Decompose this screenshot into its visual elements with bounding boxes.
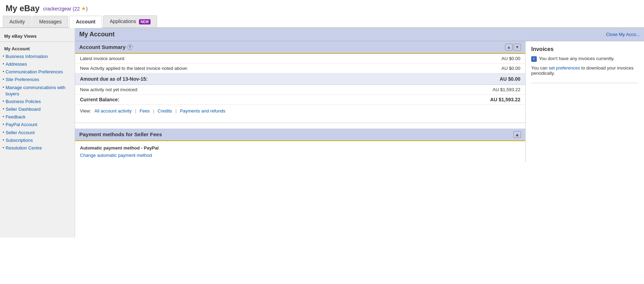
due-value: AU $0.00 (500, 76, 520, 82)
no-invoices-text: You don't have any invoices currently. (539, 56, 614, 61)
separator: | (135, 108, 136, 114)
star-icon: ★ (81, 6, 86, 12)
page-title: My Account (79, 31, 115, 38)
page-header: My eBay crackerzgear (22 ★) (0, 0, 644, 15)
bullet-icon: ▪ (3, 69, 4, 73)
fees-link[interactable]: Fees (140, 108, 150, 114)
balance-label: Current Balance: (80, 97, 119, 102)
content-inner: Account Summary ? ▲ ▼ Latest invoice amo… (75, 41, 644, 162)
tab-account[interactable]: Account (69, 16, 102, 28)
site-title: My eBay (6, 3, 39, 13)
invoice-amount-value: AU $0.00 (502, 56, 520, 61)
tabs-bar: Activity Messages Account Applications N… (0, 15, 644, 28)
invoice-info-box: i You don't have any invoices currently. (531, 56, 638, 62)
sidebar-item-site-prefs[interactable]: ▪ Site Preferences (0, 76, 75, 83)
bullet-icon: ▪ (3, 61, 4, 66)
summary-table: Latest invoice amount: AU $0.00 New Acti… (75, 54, 525, 105)
bullet-icon: ▪ (3, 114, 4, 118)
tab-messages[interactable]: Messages (32, 16, 68, 27)
username-text: crackerzgear (43, 6, 71, 12)
new-activity-value: AU $0.00 (502, 66, 520, 71)
sidebar-item-feedback[interactable]: ▪ Feedback (0, 113, 75, 121)
sidebar-item-subscriptions[interactable]: ▪ Subscriptions (0, 137, 75, 144)
payment-section: Payment methods for Seller Fees ▲ Automa… (75, 129, 525, 162)
help-icon[interactable]: ? (127, 44, 133, 50)
bullet-icon: ▪ (3, 85, 4, 89)
sidebar-section-title: My Account (0, 44, 75, 53)
sidebar-item-seller-dashboard[interactable]: ▪ Seller Dashboard (0, 105, 75, 113)
bullet-icon: ▪ (3, 145, 4, 150)
view-label: View: (80, 108, 91, 114)
due-row: Amount due as of 13-Nov-15: AU $0.00 (75, 73, 525, 85)
bullet-icon: ▪ (3, 138, 4, 142)
separator: | (153, 108, 154, 114)
new-uninvoiced-value: AU $1,593.22 (492, 87, 520, 92)
balance-value: AU $1,593.22 (490, 97, 520, 102)
sidebar-item-paypal[interactable]: ▪ PayPal Account (0, 121, 75, 129)
page-title-bar: My Account Close My Acco... (75, 28, 644, 41)
section-divider (75, 123, 525, 123)
new-uninvoiced-label: New activity not yet invoiced: (80, 87, 138, 92)
collapse-icon: ▲ (515, 132, 520, 137)
content-area: My Account Close My Acco... Account Summ… (75, 28, 644, 238)
sidebar: My eBay Views My Account ▪ Business Info… (0, 28, 75, 238)
payment-header: Payment methods for Seller Fees ▲ (75, 129, 525, 141)
payments-refunds-link[interactable]: Payments and refunds (180, 108, 225, 114)
sidebar-item-business-policies[interactable]: ▪ Business Policies (0, 98, 75, 105)
sidebar-item-manage-comms[interactable]: ▪ Manage communications with buyers (0, 84, 75, 98)
invoices-title: Invoices (531, 46, 638, 52)
tab-applications[interactable]: Applications NEW (103, 15, 157, 27)
invoice-amount-row: Latest invoice amount: AU $0.00 (75, 54, 525, 64)
current-balance-row: Current Balance: AU $1,593.22 (75, 95, 525, 105)
main-layout: My eBay Views My Account ▪ Business Info… (0, 28, 644, 238)
invoice-download-text: You can set preferences to download your… (531, 65, 638, 76)
bullet-icon: ▪ (3, 77, 4, 81)
new-activity-label: New Activity applied to the latest invoi… (80, 66, 188, 71)
collapse-down-button[interactable]: ▼ (513, 44, 521, 51)
payment-collapse-button[interactable]: ▲ (513, 131, 521, 138)
account-summary-header: Account Summary ? ▲ ▼ (75, 41, 525, 54)
download-text: to download your invoices periodically. (531, 65, 634, 76)
main-sections: Account Summary ? ▲ ▼ Latest invoice amo… (75, 41, 525, 162)
account-summary-title: Account Summary (79, 44, 126, 50)
sidebar-item-communication-prefs[interactable]: ▪ Communication Preferences (0, 68, 75, 76)
payment-method-title: Automatic payment method - PayPal (80, 145, 520, 151)
sidebar-title: My eBay Views (0, 31, 75, 42)
sidebar-item-resolution[interactable]: ▪ Resolution Centre (0, 144, 75, 152)
payment-section-title: Payment methods for Seller Fees (79, 131, 162, 137)
username-link[interactable]: crackerzgear (22 ★) (43, 5, 88, 12)
close-account-link[interactable]: Close My Acco... (606, 32, 640, 37)
section-controls: ▲ ▼ (505, 44, 521, 51)
invoice-amount-label: Latest invoice amount: (80, 56, 125, 61)
bullet-icon: ▪ (3, 122, 4, 126)
payment-content: Automatic payment method - PayPal Change… (75, 141, 525, 162)
bullet-icon: ▪ (3, 130, 4, 134)
bullet-icon: ▪ (3, 107, 4, 111)
all-activity-link[interactable]: All account activity (94, 108, 132, 114)
sidebar-item-business-info[interactable]: ▪ Business Information (0, 53, 75, 60)
view-links: View: All account activity | Fees | Cred… (75, 105, 525, 117)
info-icon: i (531, 56, 537, 62)
due-label: Amount due as of 13-Nov-15: (80, 76, 148, 82)
sidebar-item-addresses[interactable]: ▪ Addresses (0, 60, 75, 68)
credits-link[interactable]: Credits (158, 108, 172, 114)
user-rating: 22 (74, 6, 80, 12)
applications-badge: NEW (139, 19, 151, 24)
collapse-up-button[interactable]: ▲ (505, 44, 513, 51)
sidebar-item-seller-account[interactable]: ▪ Seller Account (0, 129, 75, 137)
bullet-icon: ▪ (3, 99, 4, 103)
tab-activity[interactable]: Activity (3, 16, 31, 27)
change-payment-link[interactable]: Change automatic payment method (80, 153, 152, 158)
bullet-icon: ▪ (3, 54, 4, 58)
invoices-panel: Invoices i You don't have any invoices c… (525, 41, 644, 162)
set-preferences-link[interactable]: set preferences (549, 65, 580, 71)
separator: | (175, 108, 176, 114)
new-activity-row: New Activity applied to the latest invoi… (75, 64, 525, 73)
new-uninvoiced-row: New activity not yet invoiced: AU $1,593… (75, 85, 525, 95)
